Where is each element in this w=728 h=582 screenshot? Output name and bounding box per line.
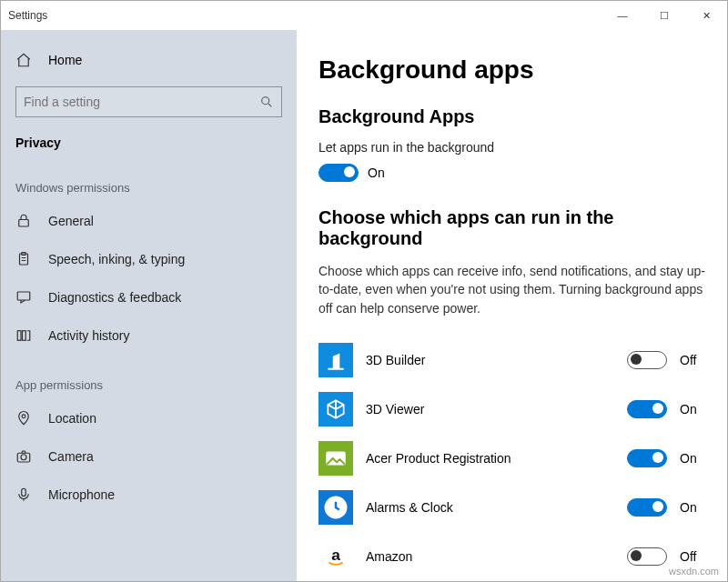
app-row: Acer Product RegistrationOn xyxy=(318,434,705,483)
app-icon xyxy=(318,441,353,476)
sidebar-item-label: Microphone xyxy=(48,487,115,502)
window-title: Settings xyxy=(8,9,47,22)
app-row: Alarms & ClockOn xyxy=(318,483,705,532)
search-icon xyxy=(259,95,274,109)
section-header: Choose which apps can run in the backgro… xyxy=(318,207,705,249)
svg-text:a: a xyxy=(331,546,340,564)
feedback-icon xyxy=(15,289,32,306)
section-header: Background Apps xyxy=(318,106,705,127)
app-icon xyxy=(318,490,353,525)
sidebar-item-camera[interactable]: Camera xyxy=(1,437,297,476)
window-body: Home Privacy Windows permissions General xyxy=(1,30,727,581)
location-icon xyxy=(15,410,32,426)
titlebar: Settings — ☐ ✕ xyxy=(1,1,727,30)
section-description: Choose which apps can receive info, send… xyxy=(318,262,705,317)
search-field[interactable] xyxy=(24,95,259,109)
maximize-button[interactable]: ☐ xyxy=(643,1,685,30)
sidebar-item-label: Diagnostics & feedback xyxy=(48,290,181,305)
sidebar-item-general[interactable]: General xyxy=(1,202,297,240)
app-list: 3D BuilderOff3D ViewerOnAcer Product Reg… xyxy=(318,336,705,581)
app-toggle-state: On xyxy=(680,451,705,466)
app-icon xyxy=(318,392,353,426)
app-name: Acer Product Registration xyxy=(366,451,614,466)
sidebar-item-label: Location xyxy=(48,411,96,426)
sidebar-home[interactable]: Home xyxy=(1,43,297,77)
app-name: 3D Builder xyxy=(366,353,614,367)
sidebar-item-label: Activity history xyxy=(48,328,129,343)
app-row: 3D ViewerOn xyxy=(318,385,705,434)
search-input[interactable] xyxy=(15,86,282,117)
svg-rect-5 xyxy=(17,331,21,341)
app-icon: a xyxy=(318,539,353,574)
main-content: Background apps Background Apps Let apps… xyxy=(297,30,727,581)
svg-point-7 xyxy=(22,415,25,418)
page-title: Background apps xyxy=(318,55,705,85)
sidebar-group-header: Windows permissions xyxy=(1,157,297,202)
master-toggle-label: Let apps run in the background xyxy=(318,140,705,155)
app-name: Amazon xyxy=(366,549,614,564)
svg-point-0 xyxy=(262,97,269,105)
app-toggle-state: Off xyxy=(680,549,705,564)
minimize-button[interactable]: — xyxy=(602,1,643,30)
sidebar-item-label: Camera xyxy=(48,449,94,464)
lock-icon xyxy=(15,213,32,229)
app-toggle[interactable] xyxy=(627,449,667,467)
svg-point-9 xyxy=(21,455,26,460)
app-toggle[interactable] xyxy=(627,498,667,517)
app-toggle-state: On xyxy=(680,402,705,416)
microphone-icon xyxy=(15,487,32,503)
sidebar-item-microphone[interactable]: Microphone xyxy=(1,476,297,514)
sidebar: Home Privacy Windows permissions General xyxy=(1,30,297,581)
app-toggle[interactable] xyxy=(627,400,667,418)
sidebar-item-activity-history[interactable]: Activity history xyxy=(1,316,297,355)
sidebar-group-header: App permissions xyxy=(1,355,297,399)
app-name: Alarms & Clock xyxy=(366,500,614,515)
svg-rect-4 xyxy=(17,292,30,300)
svg-rect-1 xyxy=(19,220,29,227)
sidebar-item-speech[interactable]: Speech, inking, & typing xyxy=(1,240,297,278)
sidebar-item-location[interactable]: Location xyxy=(1,399,297,437)
app-row: aAmazonOff xyxy=(318,532,705,581)
app-icon xyxy=(318,343,353,377)
clipboard-icon xyxy=(15,251,32,267)
app-toggle-state: Off xyxy=(680,353,705,367)
settings-window: Settings — ☐ ✕ Home Privacy Windows perm… xyxy=(0,0,728,582)
master-toggle-state: On xyxy=(368,166,385,180)
sidebar-category[interactable]: Privacy xyxy=(1,126,297,157)
app-toggle-state: On xyxy=(680,500,705,515)
app-toggle[interactable] xyxy=(627,351,667,369)
sidebar-home-label: Home xyxy=(48,53,82,67)
watermark: wsxdn.com xyxy=(669,566,719,577)
sidebar-item-label: Speech, inking, & typing xyxy=(48,252,185,266)
master-toggle-row: On xyxy=(318,164,705,182)
app-toggle[interactable] xyxy=(627,547,667,566)
home-icon xyxy=(15,52,32,68)
sidebar-item-label: General xyxy=(48,214,94,228)
camera-icon xyxy=(15,448,32,465)
svg-rect-10 xyxy=(22,488,26,496)
app-name: 3D Viewer xyxy=(366,402,614,416)
app-row: 3D BuilderOff xyxy=(318,336,705,385)
sidebar-item-diagnostics[interactable]: Diagnostics & feedback xyxy=(1,278,297,316)
close-button[interactable]: ✕ xyxy=(685,1,727,30)
history-icon xyxy=(15,327,32,344)
master-toggle[interactable] xyxy=(318,164,359,182)
svg-rect-6 xyxy=(23,331,26,341)
